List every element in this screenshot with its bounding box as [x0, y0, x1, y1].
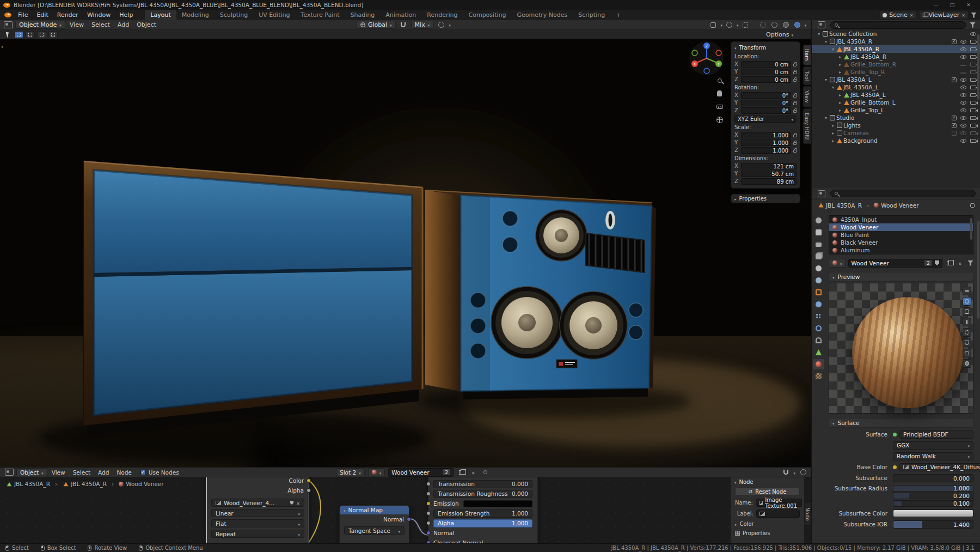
outliner-row-lights[interactable]: Lights	[812, 122, 980, 129]
node-menu-node[interactable]: Node	[113, 469, 134, 476]
space-dropdown[interactable]: Tangent Space	[344, 526, 405, 535]
alpha-slider[interactable]: Alpha1.000	[433, 519, 532, 527]
node-menu-view[interactable]: View	[48, 469, 69, 476]
material-slot-list[interactable]: 4350A_Input Wood Veneer Blue Paint Black…	[829, 215, 973, 254]
slot-wood-veneer[interactable]: Wood Veneer	[829, 223, 973, 231]
tab-modifiers[interactable]	[813, 299, 824, 310]
sss-radius-r-slider[interactable]: 1.000	[893, 485, 973, 492]
outliner-row-grille-bottom-r[interactable]: Grille_Bottom_R	[812, 60, 980, 68]
scale-x-field[interactable]: 1.000	[741, 132, 791, 138]
disclosure-icon[interactable]	[830, 131, 836, 136]
overlays-dropdown-icon[interactable]	[737, 21, 739, 28]
viewport-3d-scene[interactable]	[0, 39, 811, 467]
checkbox-icon[interactable]	[952, 39, 957, 44]
viewport-menu-view[interactable]: View	[66, 21, 87, 28]
outliner-row-scene-collection[interactable]: Scene Collection	[812, 30, 980, 38]
transmission-input-socket[interactable]	[426, 482, 431, 486]
navigation-gizmo[interactable]: Z X Y	[689, 40, 725, 76]
pin-icon[interactable]	[970, 203, 975, 208]
slot-black-veneer[interactable]: Black Veneer	[829, 239, 973, 246]
outliner-row-cameras[interactable]: Cameras	[812, 129, 980, 137]
node-menu-add[interactable]: Add	[95, 469, 112, 476]
disclosure-icon[interactable]	[823, 77, 829, 82]
lock-icon[interactable]	[793, 71, 797, 74]
outliner-row-background[interactable]: Background	[812, 137, 980, 144]
tab-particles[interactable]	[813, 311, 824, 322]
camera-visibility-icon[interactable]	[970, 63, 976, 66]
editor-type-properties-icon[interactable]	[818, 190, 825, 197]
slot-list-scrollbar[interactable]	[970, 218, 972, 240]
disclosure-icon[interactable]	[830, 47, 836, 52]
shading-wireframe-button[interactable]	[758, 21, 767, 29]
emission-strength-slider[interactable]: Emission Strength1.000	[433, 509, 532, 518]
node-panel-header[interactable]: Node	[731, 477, 804, 486]
slot-blue-paint[interactable]: Blue Paint	[829, 231, 973, 239]
proportional-falloff-dropdown[interactable]: Mix	[411, 21, 434, 29]
path-object-2[interactable]: JBL 4350A_R	[71, 481, 107, 487]
color-section-header[interactable]: Color	[735, 521, 800, 527]
disclosure-icon[interactable]	[837, 54, 843, 59]
preview-fluid-button[interactable]	[963, 349, 971, 357]
camera-visibility-icon[interactable]	[970, 139, 976, 143]
new-material-button[interactable]	[945, 259, 953, 267]
checkbox-icon[interactable]	[952, 77, 957, 82]
menu-window[interactable]: Window	[83, 10, 115, 20]
show-overlays-toggle[interactable]	[725, 21, 734, 29]
properties-section-header[interactable]: Properties	[735, 530, 800, 536]
sidebar-tab-tool[interactable]: Tool	[803, 66, 811, 85]
checkbox-icon[interactable]	[952, 123, 957, 128]
scene-selector[interactable]: Scene	[879, 11, 916, 19]
maximize-button[interactable]: □	[944, 0, 960, 10]
disclosure-icon[interactable]	[823, 39, 829, 44]
camera-visibility-icon[interactable]	[970, 40, 976, 44]
new-material-button[interactable]	[457, 468, 465, 476]
preview-cube-button[interactable]	[963, 307, 971, 316]
camera-visibility-icon[interactable]	[970, 70, 976, 74]
lock-icon[interactable]	[793, 142, 797, 145]
camera-visibility-icon[interactable]	[970, 47, 976, 51]
outliner-row-object[interactable]: JBL 4350A_L	[812, 83, 980, 91]
lock-icon[interactable]	[793, 150, 797, 153]
dimensions-x-field[interactable]: 121 cm	[741, 163, 797, 169]
lock-icon[interactable]	[793, 135, 797, 137]
material-name-field[interactable]: Wood Veneer2	[388, 468, 454, 477]
camera-visibility-icon[interactable]	[970, 86, 976, 89]
normal-input-socket[interactable]	[426, 531, 431, 535]
eye-icon[interactable]	[960, 78, 966, 82]
projection-dropdown[interactable]: Flat	[211, 519, 304, 527]
subsurface-ior-slider[interactable]: 1.400	[893, 520, 973, 529]
select-mode-extend-button[interactable]	[26, 31, 35, 38]
proportional-editing-toggle[interactable]	[437, 21, 445, 29]
camera-visibility-icon[interactable]	[970, 93, 976, 97]
tab-render[interactable]	[813, 227, 824, 238]
users-count-badge[interactable]: 2	[924, 260, 932, 266]
outliner-row-object[interactable]: JBL 4350A_R	[812, 45, 980, 53]
tab-object[interactable]	[813, 287, 824, 298]
breadcrumb-material[interactable]: Wood Veneer	[881, 202, 918, 209]
workspace-tab-geometry-nodes[interactable]: Geometry Nodes	[511, 10, 573, 20]
show-gizmo-toggle[interactable]	[709, 21, 718, 29]
browse-material-dropdown[interactable]	[368, 468, 385, 476]
properties-scrollbar[interactable]	[977, 221, 979, 319]
fake-user-shield-icon[interactable]	[290, 501, 293, 505]
camera-visibility-icon[interactable]	[970, 124, 976, 128]
workspace-tab-shading[interactable]: Shading	[345, 10, 381, 20]
workspace-tab-uv-editing[interactable]: UV Editing	[253, 10, 295, 20]
snap-magnet-toggle[interactable]	[399, 21, 408, 29]
toggle-perspective-button[interactable]	[715, 116, 724, 124]
interpolation-dropdown[interactable]: Linear	[211, 509, 304, 517]
browse-material-dropdown[interactable]	[829, 259, 846, 268]
add-workspace-button[interactable]: +	[610, 10, 626, 20]
eye-icon[interactable]	[960, 124, 966, 128]
subsurface-slider[interactable]: 0.000	[893, 474, 973, 482]
node-panel-tab[interactable]: Node	[804, 502, 811, 526]
gizmo-dropdown-icon[interactable]	[720, 21, 722, 28]
tab-tool[interactable]	[813, 215, 824, 226]
workspace-tab-modeling[interactable]: Modeling	[176, 10, 215, 20]
unlink-material-button[interactable]	[469, 468, 477, 476]
viewlayer-filter-icon[interactable]	[971, 13, 977, 18]
tab-physics[interactable]	[813, 323, 824, 333]
workspace-tab-layout[interactable]: Layout	[145, 10, 176, 20]
viewlayer-unlink-icon[interactable]	[961, 11, 965, 19]
toolbar-expand-icon[interactable]	[2, 44, 4, 49]
